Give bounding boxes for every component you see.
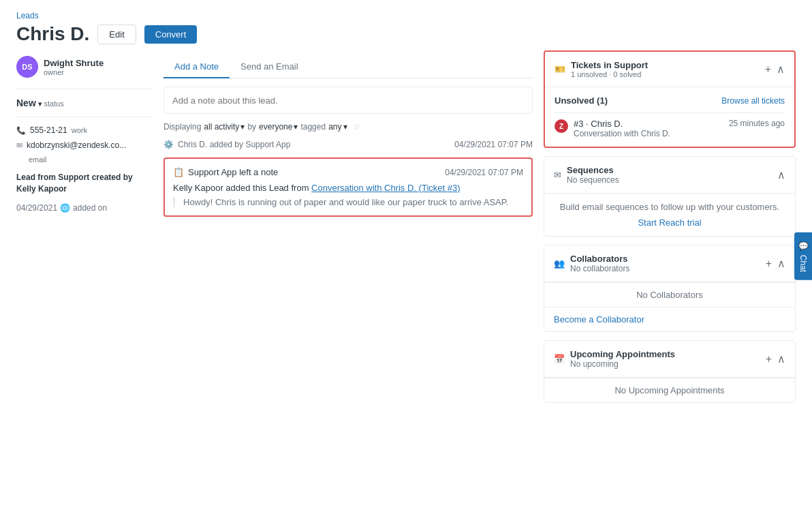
convert-button[interactable]: Convert xyxy=(144,25,198,44)
tab-add-note[interactable]: Add a Note xyxy=(163,56,230,78)
activity-source: ⚙️ Chris D. added by Support App xyxy=(163,140,290,149)
sequences-subtitle: No sequences xyxy=(567,175,619,185)
tickets-header-left: 🎫 Tickets in Support 1 unsolved · 0 solv… xyxy=(555,60,648,78)
collaborators-add-button[interactable]: + xyxy=(766,258,772,270)
sequences-description: Build email sequences to follow up with … xyxy=(554,202,785,212)
header: Leads Chris D. Edit Convert xyxy=(0,0,812,50)
sequences-title-group: Sequences No sequences xyxy=(567,165,619,185)
email-value: kdobrzynski@zendesk.co... xyxy=(27,140,126,150)
page: Leads Chris D. Edit Convert DS Dwight Sh… xyxy=(0,0,812,512)
note-title-text: Support App left a note xyxy=(188,167,278,177)
star-button[interactable]: ☆ xyxy=(353,122,360,132)
note-icon: 📋 xyxy=(173,167,184,177)
collaborators-empty: No Collaborators xyxy=(544,282,795,307)
activity-item: ⚙️ Chris D. added by Support App 04/29/2… xyxy=(163,140,533,149)
activity-time: 04/29/2021 07:07 PM xyxy=(454,140,533,149)
right-panel: 🎫 Tickets in Support 1 unsolved · 0 solv… xyxy=(544,50,796,501)
ticket-info: #3 · Chris D. Conversation with Chris D. xyxy=(574,119,723,138)
phone-item: 📞 555-21-21 work xyxy=(16,125,153,135)
sequences-collapse-button[interactable]: ∧ xyxy=(777,168,785,181)
note-input[interactable] xyxy=(163,87,533,114)
content: DS Dwight Shrute owner New ▾ status 📞 55… xyxy=(0,50,812,512)
unsolved-row: Unsolved (1) Browse all tickets xyxy=(555,95,785,106)
edit-button[interactable]: Edit xyxy=(97,25,136,44)
appointments-icon: 📅 xyxy=(554,354,565,364)
become-collaborator-link[interactable]: Become a Collaborator xyxy=(544,307,795,331)
collaborators-subtitle: No collaborators xyxy=(570,264,629,273)
collaborators-header-left: 👥 Collaborators No collaborators xyxy=(554,254,629,273)
email-item: ✉ kdobrzynski@zendesk.co... xyxy=(16,140,153,150)
sequences-icon: ✉ xyxy=(554,170,561,180)
tabs: Add a Note Send an Email xyxy=(163,56,533,78)
globe-icon: 🌐 xyxy=(60,203,70,213)
sequences-actions: ∧ xyxy=(777,168,785,181)
start-trial-link[interactable]: Start Reach trial xyxy=(638,217,701,228)
status-value[interactable]: New ▾ xyxy=(16,97,44,108)
filter-all-activity[interactable]: all activity ▾ xyxy=(204,122,245,132)
note-link[interactable]: Conversation with Chris D. (Ticket #3) xyxy=(311,183,460,193)
tickets-collapse-button[interactable]: ∧ xyxy=(777,63,785,76)
browse-tickets-link[interactable]: Browse all tickets xyxy=(721,96,785,106)
chat-bubble[interactable]: 💬 Chat xyxy=(794,232,812,280)
note-card: 📋 Support App left a note 04/29/2021 07:… xyxy=(163,157,533,217)
date-row: 04/29/2021 🌐 added on xyxy=(16,203,153,213)
note-card-time: 04/29/2021 07:07 PM xyxy=(445,168,523,177)
chat-icon: 💬 xyxy=(798,240,808,250)
breadcrumb[interactable]: Leads xyxy=(16,11,796,20)
tickets-title-group: Tickets in Support 1 unsolved · 0 solved xyxy=(571,60,648,78)
tab-send-email[interactable]: Send an Email xyxy=(230,56,309,78)
avatar: DS xyxy=(16,56,38,78)
tickets-header: 🎫 Tickets in Support 1 unsolved · 0 solv… xyxy=(545,52,794,87)
filter-everyone[interactable]: everyone ▾ xyxy=(259,122,298,132)
note-card-header: 📋 Support App left a note 04/29/2021 07:… xyxy=(173,167,523,177)
main-content: Add a Note Send an Email Displaying all … xyxy=(163,50,533,501)
appointments-header-left: 📅 Upcoming Appointments No upcoming xyxy=(554,349,675,369)
tickets-body: Unsolved (1) Browse all tickets Z #3 · C… xyxy=(545,87,794,147)
left-sidebar: DS Dwight Shrute owner New ▾ status 📞 55… xyxy=(16,50,153,501)
activity-icon: ⚙️ xyxy=(163,140,174,149)
lead-source-text: Lead from Support created by Kelly Kapoo… xyxy=(16,172,133,194)
tickets-actions: + ∧ xyxy=(765,63,785,76)
owner-info: Dwight Shrute owner xyxy=(44,58,104,76)
tickets-add-button[interactable]: + xyxy=(765,63,771,76)
status-row: New ▾ status xyxy=(16,97,153,108)
appointments-actions: + ∧ xyxy=(766,352,785,365)
email-label: email xyxy=(16,155,153,164)
activity-header: ⚙️ Chris D. added by Support App 04/29/2… xyxy=(163,140,533,149)
sequences-title: Sequences xyxy=(567,165,619,175)
appointments-subtitle: No upcoming xyxy=(570,359,675,369)
collaborators-collapse-button[interactable]: ∧ xyxy=(777,257,785,270)
filter-any[interactable]: any ▾ xyxy=(328,122,347,132)
collaborators-title: Collaborators xyxy=(570,254,629,264)
page-title: Chris D. xyxy=(16,23,89,45)
sequences-body: Build email sequences to follow up with … xyxy=(544,194,795,236)
tickets-card: 🎫 Tickets in Support 1 unsolved · 0 solv… xyxy=(544,50,796,148)
ticket-time: 25 minutes ago xyxy=(729,119,785,128)
sequences-header-left: ✉ Sequences No sequences xyxy=(554,165,619,185)
tickets-subtitle: 1 unsolved · 0 solved xyxy=(571,70,648,78)
unsolved-label: Unsolved (1) xyxy=(555,95,608,106)
appointments-add-button[interactable]: + xyxy=(766,353,772,365)
note-body-text: Kelly Kapoor added this Lead from xyxy=(173,183,309,193)
sequences-header: ✉ Sequences No sequences ∧ xyxy=(544,157,795,194)
ticket-item: Z #3 · Chris D. Conversation with Chris … xyxy=(555,112,785,138)
ticket-title[interactable]: #3 · Chris D. xyxy=(574,119,723,129)
email-icon: ✉ xyxy=(16,141,22,150)
appointments-header: 📅 Upcoming Appointments No upcoming + ∧ xyxy=(544,341,795,378)
title-row: Chris D. Edit Convert xyxy=(16,23,796,45)
appointments-title: Upcoming Appointments xyxy=(570,349,675,359)
appointments-collapse-button[interactable]: ∧ xyxy=(777,352,785,365)
phone-value: 555-21-21 xyxy=(30,125,67,135)
owner-name: Dwight Shrute xyxy=(44,58,104,68)
collaborators-header: 👥 Collaborators No collaborators + ∧ xyxy=(544,245,795,282)
activity-text: Chris D. added by Support App xyxy=(178,140,290,149)
appointments-title-group: Upcoming Appointments No upcoming xyxy=(570,349,675,369)
appointments-empty: No Upcoming Appointments xyxy=(544,378,795,402)
filter-bar: Displaying all activity ▾ by everyone ▾ … xyxy=(163,122,533,132)
collaborators-actions: + ∧ xyxy=(766,257,785,270)
divider xyxy=(16,89,153,89)
note-body: Kelly Kapoor added this Lead from Conver… xyxy=(173,183,523,193)
note-card-title: 📋 Support App left a note xyxy=(173,167,278,177)
appointments-card: 📅 Upcoming Appointments No upcoming + ∧ … xyxy=(544,340,796,403)
collaborators-card: 👥 Collaborators No collaborators + ∧ No … xyxy=(544,245,796,332)
